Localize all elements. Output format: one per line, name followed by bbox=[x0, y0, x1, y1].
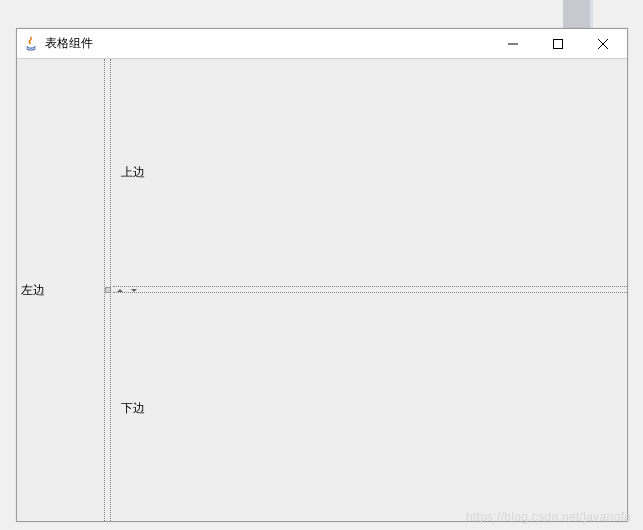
top-panel: 上边 bbox=[113, 59, 627, 285]
left-panel: 左边 bbox=[17, 59, 103, 521]
top-panel-label: 上边 bbox=[121, 164, 145, 181]
java-icon bbox=[23, 36, 39, 52]
client-area: 左边 上边 下边 bbox=[17, 59, 627, 521]
left-panel-label: 左边 bbox=[21, 282, 45, 299]
divider-grip-icon bbox=[105, 287, 111, 293]
background-window-hint bbox=[563, 0, 593, 28]
application-window: 表格组件 左边 上边 bbox=[16, 28, 628, 522]
divider-arrows-icon bbox=[113, 287, 141, 293]
close-button[interactable] bbox=[580, 29, 625, 58]
right-panel: 上边 下边 bbox=[113, 59, 627, 521]
minimize-button[interactable] bbox=[490, 29, 535, 58]
bottom-panel: 下边 bbox=[113, 295, 627, 521]
window-controls bbox=[490, 29, 625, 58]
bottom-panel-label: 下边 bbox=[121, 400, 145, 417]
titlebar[interactable]: 表格组件 bbox=[17, 29, 627, 59]
horizontal-split-divider[interactable] bbox=[113, 285, 627, 295]
maximize-button[interactable] bbox=[535, 29, 580, 58]
window-title: 表格组件 bbox=[45, 35, 490, 52]
vertical-split-divider[interactable] bbox=[103, 59, 113, 521]
svg-rect-1 bbox=[553, 39, 562, 48]
